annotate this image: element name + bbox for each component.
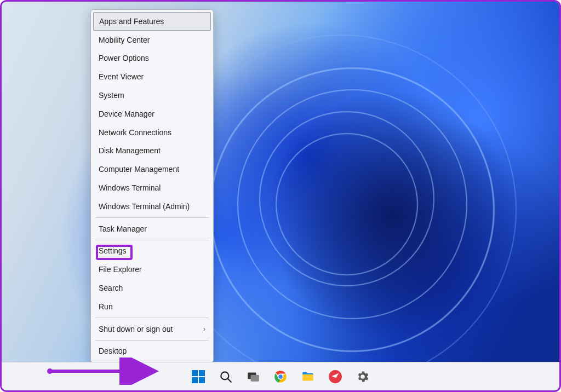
menu-item-event-viewer[interactable]: Event Viewer <box>91 67 213 86</box>
gear-icon <box>356 370 370 384</box>
menu-item-label: Settings <box>99 246 127 255</box>
menu-item-disk-management[interactable]: Disk Management <box>91 142 213 160</box>
menu-item-task-manager[interactable]: Task Manager <box>91 220 213 238</box>
settings-button[interactable] <box>351 365 374 388</box>
menu-item-label: Windows Terminal (Admin) <box>99 202 190 211</box>
menu-item-label: Desktop <box>99 347 127 355</box>
menu-item-label: Power Options <box>99 54 149 62</box>
menu-item-run[interactable]: Run <box>91 297 213 316</box>
svg-line-1 <box>228 378 231 382</box>
start-context-menu: Apps and FeaturesMobility CenterPower Op… <box>90 9 214 363</box>
search-icon <box>219 370 233 384</box>
chevron-right-icon: › <box>203 325 205 333</box>
menu-item-desktop[interactable]: Desktop <box>91 342 213 361</box>
desktop-wallpaper <box>2 2 559 390</box>
menu-separator <box>95 340 209 341</box>
menu-item-shut-down-or-sign-out[interactable]: Shut down or sign out› <box>91 320 213 338</box>
mail-icon <box>328 370 342 384</box>
menu-item-settings[interactable]: Settings <box>91 242 213 261</box>
task-view-button[interactable] <box>242 365 265 388</box>
menu-item-label: Mobility Center <box>99 36 150 44</box>
menu-item-windows-terminal-admin[interactable]: Windows Terminal (Admin) <box>91 197 213 216</box>
taskbar <box>2 362 559 390</box>
menu-item-search[interactable]: Search <box>91 279 213 297</box>
menu-item-label: Run <box>99 302 113 311</box>
menu-item-label: Device Manager <box>99 109 154 118</box>
file-explorer-button[interactable] <box>296 365 319 388</box>
menu-item-system[interactable]: System <box>91 86 213 105</box>
menu-item-apps-and-features[interactable]: Apps and Features <box>93 12 211 31</box>
menu-item-network-connections[interactable]: Network Connections <box>91 123 213 142</box>
taskbar-search-button[interactable] <box>214 365 237 388</box>
menu-item-windows-terminal[interactable]: Windows Terminal <box>91 178 213 197</box>
task-view-icon <box>246 370 260 384</box>
menu-item-label: Computer Management <box>99 165 179 174</box>
menu-item-label: Windows Terminal <box>99 183 161 192</box>
menu-item-file-explorer[interactable]: File Explorer <box>91 260 213 279</box>
windows-logo-icon <box>192 370 205 383</box>
start-button[interactable] <box>187 365 210 388</box>
menu-item-device-manager[interactable]: Device Manager <box>91 105 213 123</box>
menu-item-label: Task Manager <box>99 224 147 233</box>
menu-item-computer-management[interactable]: Computer Management <box>91 160 213 178</box>
chrome-button[interactable] <box>269 365 292 388</box>
menu-separator <box>95 217 209 218</box>
menu-item-label: File Explorer <box>99 265 142 274</box>
menu-item-label: Network Connections <box>99 128 171 137</box>
menu-item-power-options[interactable]: Power Options <box>91 49 213 68</box>
menu-item-label: Apps and Features <box>99 17 164 26</box>
mail-button[interactable] <box>324 365 347 388</box>
folder-icon <box>301 370 315 384</box>
menu-item-label: Shut down or sign out <box>99 325 173 333</box>
menu-separator <box>95 240 209 240</box>
menu-item-mobility-center[interactable]: Mobility Center <box>91 31 213 49</box>
svg-rect-3 <box>251 374 259 381</box>
menu-item-label: Event Viewer <box>99 72 144 81</box>
menu-separator <box>95 318 209 318</box>
menu-item-label: Disk Management <box>99 146 161 155</box>
chrome-icon <box>273 370 288 384</box>
menu-item-label: System <box>99 91 124 100</box>
menu-item-label: Search <box>99 284 123 292</box>
